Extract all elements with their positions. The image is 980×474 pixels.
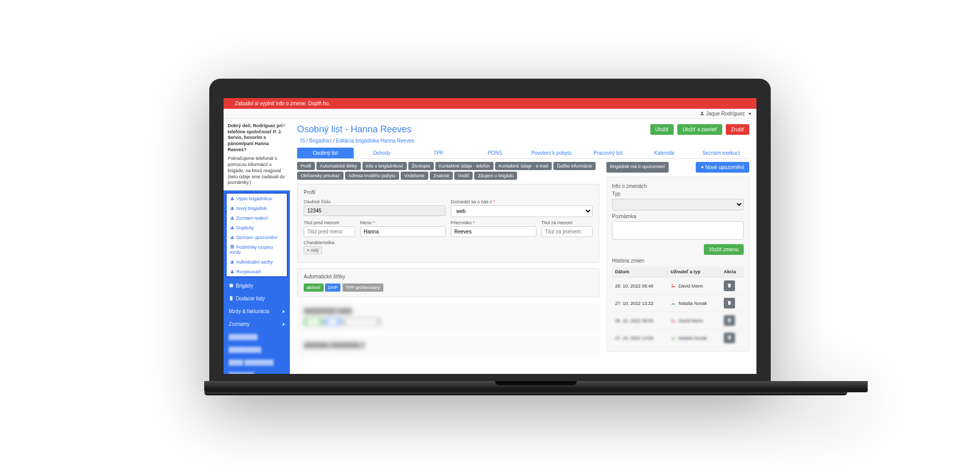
nav-brigady[interactable]: Brigády: [224, 279, 290, 292]
phone-in-icon: [671, 300, 676, 306]
input-titul-za[interactable]: [542, 226, 593, 237]
pill[interactable]: Vzdelanie: [401, 172, 428, 180]
phone-missed-icon: [671, 283, 676, 289]
script-greeting: Dobrý deň, Rodríguez pri telefóne spoloč…: [228, 123, 283, 152]
cell-date: 27. 10. 2022 14:08: [612, 329, 668, 347]
input-priezvisko[interactable]: [451, 226, 536, 237]
nav-mzdy[interactable]: Mzdy & fakturácia: [224, 305, 290, 318]
tab-pons[interactable]: PONS: [467, 148, 523, 158]
cell-user-name: David Mann: [678, 318, 703, 323]
submenu-item[interactable]: Nový brigádnik: [227, 203, 287, 213]
submenu-item[interactable]: Seznam upozornění: [227, 232, 287, 242]
tab-kalendar[interactable]: Kalendár: [636, 148, 693, 158]
label-priezvisko: Priezvisko: [451, 220, 536, 225]
pill[interactable]: Info o brigádnikovi: [362, 162, 407, 170]
submenu-item[interactable]: Individuální sazby: [227, 257, 287, 267]
delete-button: [724, 333, 735, 343]
chevron-right-icon: [283, 323, 285, 326]
tag-tpp-arch: TPP archivovaný: [342, 283, 383, 292]
pill[interactable]: Kontaktné údaje - e-mail: [495, 162, 552, 170]
history-row: 28. 10. 2022 08:48 David Mann: [612, 277, 744, 295]
cell-user: Natalia Novak: [668, 329, 721, 347]
pill[interactable]: Znalosti: [430, 172, 453, 180]
submit-change-button[interactable]: Vložiť zmenu: [704, 244, 744, 255]
pill[interactable]: Adresa trvalého pobytu: [345, 172, 400, 180]
save-button[interactable]: Uložiť: [650, 124, 674, 135]
tag-aktivni: aktívní: [304, 283, 324, 292]
th-date: Dátum: [612, 267, 668, 277]
panel-blurred: █████████ ████ ████ ███ ██████████: [297, 302, 599, 331]
select-dozvedel[interactable]: web: [451, 205, 593, 217]
tab-bar: Osobný list Dohody TPP PONS Povolení k p…: [297, 148, 749, 159]
tag-dvp: DVP: [325, 283, 341, 292]
alert-banner: Zabudol si vyplniť info o zmene. Doplň h…: [224, 98, 756, 109]
submenu-label: Individuální sazby: [236, 259, 273, 265]
nav-blurred: ████████: [224, 330, 290, 343]
th-action: Akcia: [721, 267, 744, 277]
select-typ[interactable]: [612, 199, 744, 210]
pill[interactable]: Ďalšie informácie: [553, 162, 596, 170]
sidebar: × Dobrý deň, Rodríguez pri telefóne spol…: [224, 119, 290, 374]
submenu-label: Nový brigádnik: [236, 206, 267, 211]
tab-exekuce[interactable]: Seznam exekucí: [693, 148, 749, 158]
delete-button[interactable]: [724, 298, 735, 309]
label-charakteristika: Charakteristika: [304, 240, 593, 245]
save-close-button[interactable]: Uložiť a zavrieť: [677, 124, 722, 135]
textarea-poznamka[interactable]: [612, 221, 744, 240]
panel-auto-stitky: Automatické štítky aktívní DVP TPP archi…: [297, 268, 599, 297]
nav-label: Dodacie listy: [236, 296, 265, 301]
nav-blurred: █████████: [224, 343, 290, 356]
tab-povolenie[interactable]: Povolení k pobytu: [523, 148, 580, 158]
th-user: Uživateľ a typ: [668, 267, 721, 277]
tab-tpp[interactable]: TPP: [410, 148, 467, 158]
tab-dohody[interactable]: Dohody: [354, 148, 410, 158]
nav-dodacie[interactable]: Dodacie listy: [224, 292, 290, 305]
breadcrumb-is[interactable]: IS: [300, 138, 305, 144]
delete-button: [724, 315, 735, 326]
pill[interactable]: Profil: [297, 162, 315, 170]
label-meno: Meno: [360, 220, 446, 225]
panel-title: Profil: [304, 189, 593, 195]
breadcrumb-brigadnici[interactable]: Brigádnici: [309, 138, 332, 144]
pill[interactable]: Automatické štítky: [316, 162, 361, 170]
history-header: História zmien: [612, 258, 744, 264]
panel-profil: Profil Osobné číslo Dozvedel sa o nás z …: [297, 184, 599, 263]
submenu-item[interactable]: Zoznam reakcií: [227, 213, 287, 223]
nav-label: Zoznamy: [229, 321, 250, 327]
tab-pracovny-list[interactable]: Pracovný list: [580, 148, 636, 158]
cell-date: 28. 10. 2022 08:48: [612, 277, 668, 295]
user-menu[interactable]: Jaque Rodríguez: [700, 111, 751, 116]
pill[interactable]: Vodič: [454, 172, 473, 180]
label-typ: Typ: [612, 191, 744, 197]
char-tag[interactable]: × milý: [304, 246, 322, 254]
cell-user: Natalia Novak: [668, 295, 721, 312]
submenu-item[interactable]: Duplicity: [227, 223, 287, 232]
tab-osobny-list[interactable]: Osobný list: [297, 148, 354, 158]
history-row: 27. 10. 2022 13:22 Natalia Novak: [612, 295, 744, 312]
delete-button[interactable]: [724, 280, 735, 291]
submenu-item[interactable]: Rozpisovači: [227, 267, 287, 276]
submenu-item[interactable]: Podmínky rozpisu mzdy: [227, 242, 287, 257]
caret-down-icon: [748, 113, 751, 115]
pill[interactable]: Občiansky preukaz: [297, 172, 344, 180]
pill[interactable]: Kontaktné údaje - telefón: [435, 162, 494, 170]
panel-title: Automatické štítky: [304, 274, 593, 279]
nav-zoznamy[interactable]: Zoznamy: [224, 318, 290, 330]
input-titul-pred[interactable]: [304, 226, 355, 237]
close-icon[interactable]: ×: [282, 122, 286, 130]
label-poznamka: Poznámka: [612, 214, 744, 219]
breadcrumb-current[interactable]: Editácia brigádnika Hanna Reeves: [336, 138, 414, 144]
pill[interactable]: Životopis: [408, 162, 434, 170]
pill[interactable]: Záujem o brigádu: [474, 172, 517, 180]
info-header: Info o zmenách: [612, 183, 744, 189]
nav-label: Brigády: [236, 283, 253, 289]
input-meno[interactable]: [360, 226, 446, 237]
page-title: Osobný list - Hanna Reeves: [297, 124, 411, 135]
chevron-right-icon: [283, 310, 285, 313]
trash-icon: [727, 300, 732, 305]
new-alert-button[interactable]: + Nové upozornění: [696, 162, 749, 173]
cancel-button[interactable]: Zrušiť: [726, 124, 749, 135]
nav-label: Mzdy & fakturácia: [229, 309, 269, 314]
user-icon: [700, 111, 704, 116]
submenu-item[interactable]: Výpis brigádnikov: [227, 194, 287, 203]
